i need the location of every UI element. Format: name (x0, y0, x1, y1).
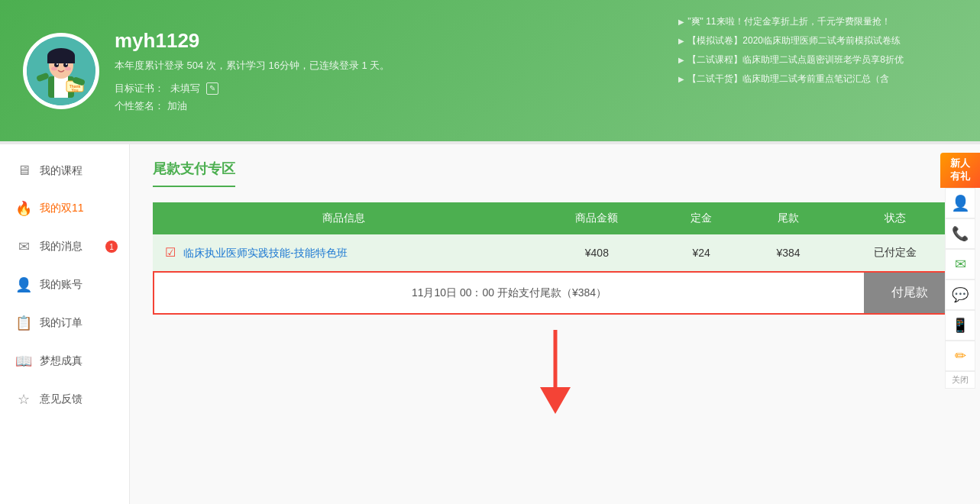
user-signature: 个性签名： 加油 (115, 99, 957, 113)
deposit-cell: ¥24 (659, 234, 744, 271)
mobile-icon-button[interactable]: 📱 (945, 310, 975, 341)
sidebar-item-feedback[interactable]: ☆ 意见反馈 (0, 380, 129, 418)
svg-point-8 (57, 63, 58, 65)
svg-rect-2 (54, 76, 68, 98)
svg-rect-5 (47, 56, 75, 63)
arrow-container (153, 315, 957, 422)
user-circle-icon-button[interactable]: 👤 (945, 188, 975, 218)
page-title: 尾款支付专区 (153, 160, 235, 187)
balance-cell: ¥384 (744, 234, 833, 271)
sidebar-item-my-orders[interactable]: 📋 我的订单 (0, 304, 129, 342)
svg-marker-18 (540, 387, 571, 414)
edit-icon-button[interactable]: ✏ (945, 341, 975, 371)
svg-text:You: You (71, 88, 78, 92)
orders-icon: 📋 (15, 315, 32, 331)
header: Thank You myh1129 本年度累计登录 504 次，累计学习 16分… (0, 0, 980, 141)
sidebar-item-my-double11[interactable]: 🔥 我的双11 (0, 189, 129, 228)
price-cell: ¥408 (535, 234, 659, 271)
table-header-row: 商品信息 商品金额 定金 尾款 状态 (153, 202, 957, 234)
new-user-badge[interactable]: 新人 有礼 (940, 153, 980, 188)
star-icon: ☆ (15, 391, 32, 408)
notice-arrow-icon: ▶ (678, 75, 684, 83)
col-product-info: 商品信息 (153, 202, 535, 234)
mail-icon: ✉ (15, 238, 32, 255)
col-price: 商品金额 (535, 202, 659, 234)
table-row: ☑ 临床执业医师实践技能-技能特色班 ¥408 ¥24 ¥384 已付定金 (153, 234, 957, 271)
svg-point-11 (65, 66, 71, 70)
product-table: 商品信息 商品金额 定金 尾款 状态 ☑ 临床执业医师实践技能-技能特色班 ¥4… (153, 202, 957, 271)
checkbox-icon: ☑ (165, 246, 176, 259)
close-panel-button[interactable]: 关闭 (945, 371, 975, 389)
product-name-cell[interactable]: ☑ 临床执业医师实践技能-技能特色班 (153, 234, 535, 271)
red-arrow-icon (532, 322, 578, 414)
status-cell: 已付定金 (833, 234, 957, 271)
mail-icon-button[interactable]: ✉ (945, 249, 975, 279)
payment-row: 11月10日 00：00 开始支付尾款（¥384） 付尾款 (153, 271, 957, 315)
col-status: 状态 (833, 202, 957, 234)
chat-icon-button[interactable]: 💬 (945, 279, 975, 310)
col-deposit: 定金 (659, 202, 744, 234)
svg-point-6 (54, 63, 59, 67)
col-balance: 尾款 (744, 202, 833, 234)
notice-1[interactable]: ▶ "爽" 11来啦！付定金享折上折，千元学费限量抢！ (678, 15, 904, 28)
message-badge: 1 (105, 241, 118, 253)
book-icon: 📖 (15, 353, 32, 370)
fire-icon: 🔥 (15, 200, 32, 217)
sidebar-item-my-messages[interactable]: ✉ 我的消息 1 (0, 228, 129, 266)
notice-arrow-icon: ▶ (678, 18, 684, 26)
sidebar: 🖥 我的课程 🔥 我的双11 ✉ 我的消息 1 👤 我的账号 📋 我的订单 📖 … (0, 144, 130, 504)
monitor-icon: 🖥 (15, 163, 32, 179)
main-layout: 🖥 我的课程 🔥 我的双11 ✉ 我的消息 1 👤 我的账号 📋 我的订单 📖 … (0, 144, 980, 504)
edit-target-icon[interactable]: ✎ (206, 82, 218, 95)
notice-arrow-icon: ▶ (678, 37, 684, 45)
phone-icon-button[interactable]: 📞 (945, 218, 975, 249)
sidebar-item-my-courses[interactable]: 🖥 我的课程 (0, 152, 129, 189)
right-panel: 新人 有礼 👤 📞 ✉ 💬 📱 ✏ 关闭 (940, 153, 980, 389)
notice-4[interactable]: ▶ 【二试干货】临床助理二试考前重点笔记汇总（含 (678, 73, 904, 86)
header-notices: ▶ "爽" 11来啦！付定金享折上折，千元学费限量抢！ ▶ 【模拟试卷】2020… (678, 15, 904, 86)
sidebar-item-dream-come-true[interactable]: 📖 梦想成真 (0, 342, 129, 380)
payment-info: 11月10日 00：00 开始支付尾款（¥384） (154, 274, 864, 312)
person-icon: 👤 (15, 276, 32, 293)
sidebar-item-my-account[interactable]: 👤 我的账号 (0, 266, 129, 304)
content-area: 尾款支付专区 商品信息 商品金额 定金 尾款 状态 ☑ 临床执业医师实践技能-技… (130, 144, 980, 504)
svg-point-7 (63, 63, 68, 67)
notice-3[interactable]: ▶ 【二试课程】临床助理二试点题密训班老学员享8折优 (678, 53, 904, 66)
avatar: Thank You (23, 33, 99, 109)
svg-point-10 (51, 66, 57, 70)
notice-arrow-icon: ▶ (678, 56, 684, 64)
notice-2[interactable]: ▶ 【模拟试卷】2020临床助理医师二试考前模拟试卷练 (678, 34, 904, 47)
svg-point-9 (66, 63, 67, 65)
